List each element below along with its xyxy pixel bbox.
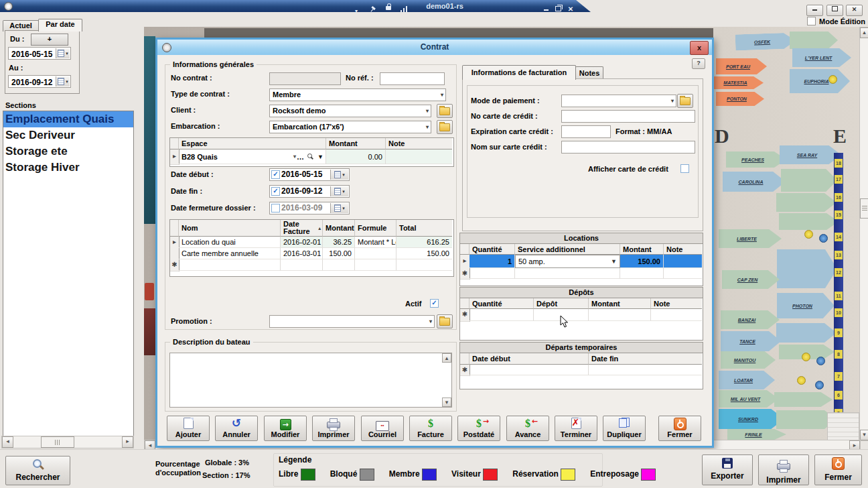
quantite-cell[interactable]: 1 xyxy=(469,255,515,268)
date-fin-calendar-button[interactable]: ▾ xyxy=(330,186,348,196)
sections-scrollbar[interactable]: ◂ ▸ xyxy=(1,436,134,448)
dropdown-arrow-icon[interactable]: ▼ xyxy=(611,255,617,267)
imprimer-bottom-button[interactable]: Imprimer xyxy=(758,454,809,485)
expiration-field[interactable] xyxy=(561,125,611,138)
nom-column-header[interactable]: Nom xyxy=(179,220,281,237)
search-icon[interactable] xyxy=(307,154,313,160)
afficher-carte-checkbox[interactable] xyxy=(680,164,689,173)
quantite-column-header[interactable]: Quantité xyxy=(469,298,534,309)
nom-cell[interactable]: Carte membre annuelle xyxy=(179,248,281,259)
date-cell[interactable]: 2016-02-01 xyxy=(281,237,323,248)
date-facture-column-header[interactable]: Date Facture ▴ xyxy=(281,220,323,237)
depot-column-header[interactable]: Dépôt xyxy=(534,298,589,309)
scroll-down-arrow[interactable]: ▾ xyxy=(442,398,451,407)
date-debut-checkbox[interactable]: ✓ xyxy=(271,170,280,179)
date-fermeture-field[interactable]: 2016-03-09 ▾ xyxy=(269,202,350,215)
facture-button[interactable]: $ Facture xyxy=(409,416,452,441)
description-textarea[interactable]: ▴ ▾ xyxy=(169,353,452,408)
dupliquer-button[interactable]: Dupliquer xyxy=(603,416,646,441)
postdate-button[interactable]: $→ Postdaté xyxy=(457,416,500,441)
espace-cell[interactable]: B28 Quais ▾ … ▼ xyxy=(179,149,326,164)
scrollbar-thumb[interactable] xyxy=(41,436,74,448)
embarcation-folder-button[interactable] xyxy=(437,120,453,134)
tab-notes[interactable]: Notes xyxy=(575,66,603,80)
montant-column-header[interactable]: Montant xyxy=(620,244,664,255)
client-select[interactable]: Rocksoft demo▾ xyxy=(269,105,431,117)
dialog-help-button[interactable]: ? xyxy=(692,58,705,69)
formule-cell[interactable]: Montant * Lo... xyxy=(355,237,396,248)
fermer-bottom-button[interactable]: Fermer xyxy=(814,454,862,485)
no-carte-field[interactable] xyxy=(561,110,695,123)
scroll-left-arrow[interactable]: ◂ xyxy=(145,440,155,450)
montant-column-header[interactable]: Montant xyxy=(323,220,355,237)
du-calendar-button[interactable]: ▾ xyxy=(56,48,70,58)
date-fermeture-checkbox[interactable] xyxy=(271,204,280,212)
scroll-up-arrow[interactable]: ▴ xyxy=(860,27,868,38)
terminer-button[interactable]: ✗ Terminer xyxy=(555,416,597,441)
scroll-down-arrow[interactable]: ▾ xyxy=(860,430,868,440)
promotion-folder-button[interactable] xyxy=(437,314,453,328)
espace-column-header[interactable]: Espace xyxy=(179,138,326,149)
date-fermeture-calendar-button[interactable]: ▾ xyxy=(330,203,348,213)
type-contrat-select[interactable]: Membre▾ xyxy=(269,88,446,101)
date-fin-field[interactable]: ✓ 2016-09-12 ▾ xyxy=(269,185,350,198)
rdp-restore-button[interactable] xyxy=(553,5,563,13)
annuler-button[interactable]: ↺ Annuler xyxy=(215,416,258,441)
tab-par-date[interactable]: Par date xyxy=(38,19,82,32)
mode-edition-checkbox[interactable] xyxy=(807,17,816,25)
rechercher-button[interactable]: Rechercher xyxy=(5,456,70,485)
courriel-button[interactable]: ▪▪ Courriel xyxy=(361,416,404,441)
fermer-dialog-button[interactable]: Fermer xyxy=(658,416,701,441)
date-cell[interactable]: 2016-03-01 xyxy=(281,248,323,259)
section-item-storage-ete[interactable]: Storage ete xyxy=(3,143,133,160)
app-close-button[interactable]: ✕ xyxy=(846,5,863,16)
dialog-close-button[interactable]: x xyxy=(690,41,709,55)
rdp-minimize-button[interactable] xyxy=(541,5,551,13)
rdp-close-button[interactable]: ✕ xyxy=(566,5,575,13)
section-item-emplacement-quais[interactable]: Emplacement Quais xyxy=(3,111,133,127)
app-restore-button[interactable] xyxy=(826,5,843,16)
montant-column-header[interactable]: Montant xyxy=(589,298,651,309)
dropdown-arrow-icon[interactable]: ▾ xyxy=(293,149,296,164)
scroll-left-arrow[interactable]: ◂ xyxy=(2,436,13,448)
pin-icon[interactable] xyxy=(370,3,375,15)
mode-paiement-folder-button[interactable] xyxy=(677,94,693,108)
montant-column-header[interactable]: Montant xyxy=(326,138,386,149)
montant-cell[interactable]: 150.00 xyxy=(323,248,355,259)
total-column-header[interactable]: Total xyxy=(396,220,452,237)
quantite-column-header[interactable]: Quantité xyxy=(469,244,515,255)
service-combo-cell[interactable]: 50 amp. ▼ xyxy=(515,255,620,268)
montant-cell[interactable]: 36.25 xyxy=(323,237,355,248)
nom-cell[interactable]: Location du quai xyxy=(179,237,281,248)
total-cell[interactable]: 616.25 xyxy=(396,237,452,248)
no-ref-field[interactable] xyxy=(380,72,445,85)
section-item-storage-hiver[interactable]: Storage Hiver xyxy=(3,160,133,176)
exporter-button[interactable]: Exporter xyxy=(702,454,753,485)
section-item-sec-deriveur[interactable]: Sec Deriveur xyxy=(3,127,133,143)
total-cell[interactable]: 150.00 xyxy=(396,248,452,259)
montant-cell[interactable]: 150.00 xyxy=(620,255,664,268)
ajouter-button[interactable]: Ajouter xyxy=(167,416,210,441)
date-fin-column-header[interactable]: Date fin xyxy=(589,353,702,365)
promotion-select[interactable]: ▾ xyxy=(269,315,435,328)
note-cell[interactable] xyxy=(386,149,452,164)
scroll-right-arrow[interactable]: ▸ xyxy=(849,440,860,450)
du-date-field[interactable]: 2016-05-15 ▾ xyxy=(8,47,71,60)
scroll-up-arrow[interactable]: ▴ xyxy=(442,353,451,363)
note-column-header[interactable]: Note xyxy=(664,244,702,255)
scroll-right-arrow[interactable]: ▸ xyxy=(122,436,133,448)
tab-informations-facturation[interactable]: Informations de facturation xyxy=(462,65,576,80)
modifier-button[interactable]: → Modifier xyxy=(264,416,307,441)
avance-button[interactable]: $← Avance xyxy=(506,416,549,441)
service-column-header[interactable]: Service additionnel xyxy=(515,244,620,255)
date-debut-column-header[interactable]: Date début xyxy=(469,353,589,365)
imprimer-button[interactable]: Imprimer xyxy=(312,416,355,441)
date-debut-field[interactable]: ✓ 2016-05-15 ▾ xyxy=(269,168,350,181)
note-cell[interactable] xyxy=(664,255,702,268)
date-fin-checkbox[interactable]: ✓ xyxy=(271,187,280,196)
montant-cell[interactable]: 0.00 xyxy=(326,149,386,164)
mode-paiement-select[interactable]: ▾ xyxy=(561,95,676,107)
client-folder-button[interactable] xyxy=(437,104,453,118)
au-calendar-button[interactable]: ▾ xyxy=(56,76,70,86)
ellipsis-button[interactable]: … xyxy=(297,149,304,164)
